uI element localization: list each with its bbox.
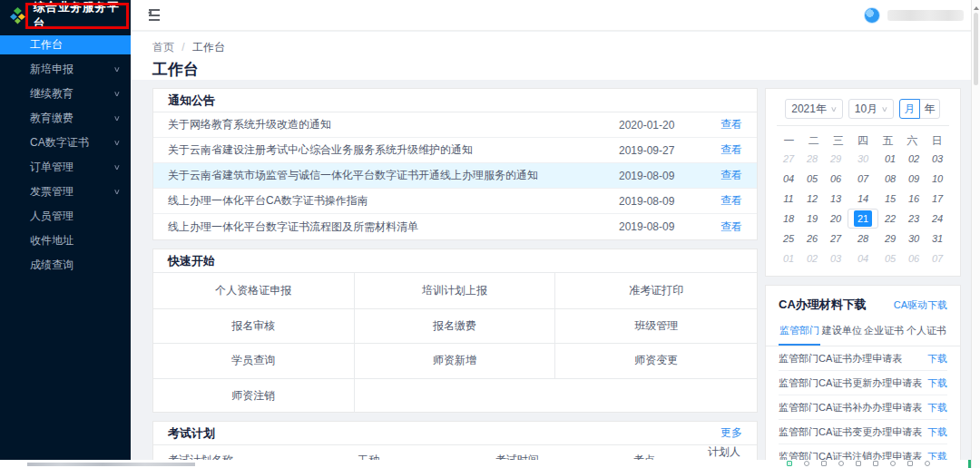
sidebar-item[interactable]: 订单管理 ∨: [0, 158, 131, 177]
calendar-day[interactable]: 27: [824, 229, 848, 249]
ca-download-row: 监管部门CA证书更新办理申请表 下载: [779, 371, 947, 395]
sidebar-item[interactable]: CA数字证书 ∨: [0, 133, 131, 152]
calendar-day[interactable]: 05: [800, 169, 824, 189]
calendar-day[interactable]: 29: [824, 149, 848, 169]
sidebar-item[interactable]: 成绩查询: [0, 256, 131, 275]
calendar-day[interactable]: 07: [848, 169, 878, 189]
notice-view-link[interactable]: 查看: [713, 193, 742, 209]
menu-fold-icon[interactable]: [145, 9, 160, 22]
calendar-year-select[interactable]: 2021年 ∨: [785, 99, 843, 119]
calendar-day[interactable]: 29: [878, 229, 902, 249]
notice-view-link[interactable]: 查看: [713, 142, 742, 158]
quick-start-item[interactable]: 师资新增: [355, 343, 556, 378]
calendar-mode-year-button[interactable]: 年: [919, 99, 940, 119]
sidebar-item[interactable]: 工作台: [0, 35, 131, 54]
calendar-day[interactable]: 12: [800, 189, 824, 209]
calendar-day[interactable]: 30: [848, 149, 878, 169]
ca-driver-download-link[interactable]: CA驱动下载: [894, 298, 947, 312]
calendar-day[interactable]: 19: [800, 209, 824, 229]
calendar-day[interactable]: 11: [777, 189, 800, 209]
calendar-day[interactable]: 10: [926, 169, 949, 189]
calendar-day[interactable]: 28: [800, 149, 824, 169]
calendar-day[interactable]: 05: [878, 249, 902, 268]
ca-tab[interactable]: 企业证书: [863, 322, 905, 346]
calendar-day[interactable]: 31: [926, 229, 949, 249]
quick-start-item[interactable]: 师资变更: [555, 343, 757, 378]
calendar-month-select[interactable]: 10月 ∨: [848, 99, 894, 119]
ca-tab[interactable]: 监管部门: [779, 322, 820, 346]
calendar-day[interactable]: 01: [878, 149, 902, 169]
calendar-day[interactable]: 04: [777, 169, 800, 189]
calendar-day[interactable]: 02: [902, 149, 926, 169]
calendar-day[interactable]: 02: [800, 249, 824, 268]
calendar-day[interactable]: 03: [824, 249, 848, 268]
calendar-day[interactable]: 28: [848, 229, 878, 249]
calendar-day[interactable]: 09: [902, 169, 926, 189]
calendar-day[interactable]: 04: [848, 249, 878, 268]
sidebar-item[interactable]: 新培申报 ∨: [0, 60, 131, 79]
calendar-day[interactable]: 13: [824, 189, 848, 209]
quick-start-item[interactable]: 班级管理: [555, 308, 757, 344]
calendar-day-number: 23: [908, 213, 919, 224]
scrollbar-up-arrow-icon[interactable]: [974, 4, 979, 10]
calendar-day[interactable]: 15: [878, 189, 902, 209]
breadcrumb-home[interactable]: 首页: [152, 41, 174, 54]
calendar-day[interactable]: 07: [926, 249, 949, 268]
ca-download-row: 监管部门CA证书办理申请表 下载: [779, 346, 947, 371]
notice-row[interactable]: 线上办理一体化平台CA数字证书操作指南 2019-08-09 查看: [153, 189, 757, 214]
notice-row[interactable]: 关于网络教育系统升级改造的通知 2020-01-20 查看: [153, 112, 757, 138]
quick-start-item[interactable]: 个人资格证申报: [153, 273, 355, 308]
calendar-day[interactable]: 26: [800, 229, 824, 249]
quick-start-item[interactable]: [555, 378, 757, 414]
quick-start-item[interactable]: 准考证打印: [555, 273, 757, 308]
ca-download-link[interactable]: 下载: [927, 401, 947, 414]
ca-tab[interactable]: 个人证书: [906, 322, 947, 346]
calendar-day[interactable]: 16: [902, 189, 926, 209]
quick-start-item[interactable]: [355, 378, 556, 414]
exam-plan-more-link[interactable]: 更多: [720, 425, 742, 441]
notice-row[interactable]: 关于云南省建设注册考试中心综合业务服务系统升级维护的通知 2019-09-27 …: [153, 138, 757, 163]
ca-download-link[interactable]: 下载: [927, 425, 947, 439]
sidebar-item[interactable]: 收件地址: [0, 231, 131, 250]
quick-start-item[interactable]: 报名缴费: [355, 308, 556, 344]
calendar-day[interactable]: 08: [878, 169, 902, 189]
scrollbar-thumb[interactable]: [974, 13, 978, 85]
calendar-day[interactable]: 21: [848, 209, 878, 229]
calendar-day[interactable]: 23: [902, 209, 926, 229]
ca-download-doc-title: 监管部门CA证书补办办理申请表: [779, 401, 922, 414]
ca-download-link[interactable]: 下载: [927, 376, 947, 390]
sidebar-item[interactable]: 发票管理 ∨: [0, 182, 131, 201]
quick-start-item[interactable]: 培训计划上报: [355, 273, 556, 308]
notice-row[interactable]: 关于云南省建筑市场监管与诚信一体化平台数字证书开通线上办理服务的通知 2019-…: [153, 163, 757, 189]
quick-start-item[interactable]: 师资注销: [153, 378, 355, 414]
calendar-day[interactable]: 30: [902, 229, 926, 249]
calendar-day[interactable]: 27: [777, 149, 800, 169]
calendar-day[interactable]: 03: [926, 149, 949, 169]
ca-tab[interactable]: 建设单位: [821, 322, 863, 346]
calendar-day[interactable]: 14: [848, 189, 878, 209]
scrollbar[interactable]: [971, 0, 980, 468]
calendar-day[interactable]: 06: [824, 169, 848, 189]
ca-download-link[interactable]: 下载: [927, 450, 947, 461]
ca-download-link[interactable]: 下载: [927, 352, 947, 366]
quick-start-item[interactable]: 报名审核: [153, 308, 355, 344]
calendar-day[interactable]: 18: [777, 209, 800, 229]
notice-view-link[interactable]: 查看: [713, 117, 742, 132]
calendar-day[interactable]: 25: [777, 229, 800, 249]
sidebar-item[interactable]: 人员管理: [0, 207, 131, 226]
sidebar-item[interactable]: 教育缴费 ∨: [0, 109, 131, 128]
quick-start-item[interactable]: 学员查询: [153, 343, 355, 378]
calendar-day[interactable]: 20: [824, 209, 848, 229]
calendar-day[interactable]: 24: [926, 209, 949, 229]
calendar-day[interactable]: 01: [777, 249, 800, 268]
calendar-day[interactable]: 22: [878, 209, 902, 229]
notice-row[interactable]: 线上办理一体化平台数字证书流程图及所需材料清单 2019-08-09 查看: [153, 214, 757, 239]
blurred-status-text: [27, 463, 195, 466]
calendar-day[interactable]: 17: [926, 189, 949, 209]
user-avatar[interactable]: [864, 7, 880, 24]
notice-view-link[interactable]: 查看: [713, 219, 742, 235]
calendar-day[interactable]: 06: [902, 249, 926, 268]
notice-view-link[interactable]: 查看: [713, 168, 742, 183]
calendar-mode-month-button[interactable]: 月: [899, 99, 920, 119]
sidebar-item[interactable]: 继续教育 ∨: [0, 84, 131, 103]
